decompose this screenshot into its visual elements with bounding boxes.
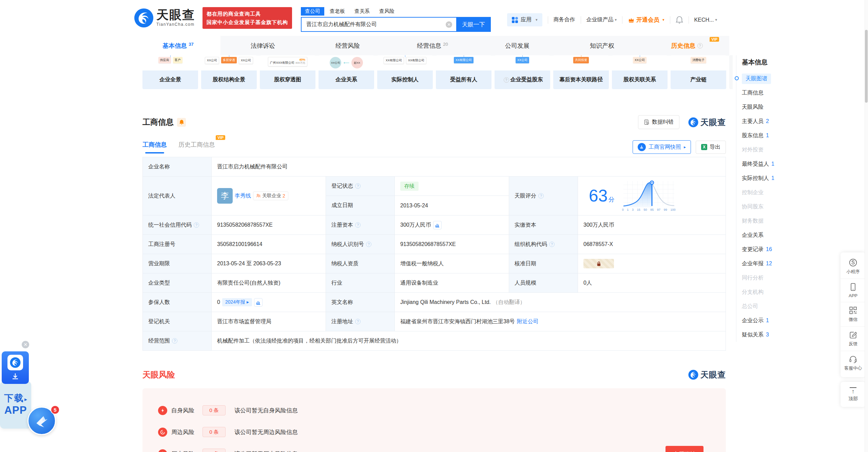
risk-row-history: 历史风险 0 条 该公司暂无历史风险信息 [158, 449, 726, 452]
card-beneficial-shareholder[interactable]: XX公司 ?企业受益股东 [495, 55, 550, 89]
search-tab-risk[interactable]: 查风险 [375, 7, 399, 16]
app-download-widget[interactable] [2, 351, 29, 384]
risk-count-badge[interactable]: 0 条 [202, 427, 226, 437]
nav-enterprise-products[interactable]: 企业级产品▾ [586, 16, 617, 23]
sidebar-item-ultimate-beneficiary[interactable]: 最终受益人1 [742, 157, 796, 171]
search-tab-company[interactable]: 查公司 [301, 7, 324, 16]
sidebar-item-branches[interactable]: 分支机构 [742, 285, 796, 299]
field-label: 统一社会信用代码? [143, 215, 212, 234]
help-icon[interactable]: ? [172, 338, 177, 344]
sidebar-item-outbound-investment[interactable]: 对外投资 [742, 143, 796, 157]
sidebar-item-financial-data[interactable]: 财务数据 [742, 214, 796, 228]
apps-menu[interactable]: 应用▾ [507, 13, 542, 26]
card-industry-chain[interactable]: 消费电子 产业链 [671, 55, 726, 89]
subscribe-bell-icon[interactable] [177, 118, 186, 127]
help-icon[interactable]: ? [355, 222, 361, 228]
card-equity-penetration[interactable]: 广州XXX有限公司40%400万元 股权穿透图 [260, 55, 315, 89]
nav-business-cooperation[interactable]: 商务合作 [554, 16, 575, 23]
sidebar-item-peer-analysis[interactable]: 同行分析 [742, 271, 796, 285]
view-details-button[interactable]: 查看详情 [666, 446, 703, 452]
user-account-menu[interactable]: KECH...▾ [694, 17, 717, 23]
close-app-promo-icon[interactable]: ✕ [22, 341, 29, 348]
tianyan-score-cell: 63分 [578, 177, 726, 215]
export-button[interactable]: X 导出 [696, 141, 726, 154]
business-info-title: 工商信息 [142, 117, 174, 127]
help-icon[interactable]: ? [355, 319, 361, 324]
tab-operating-info[interactable]: 经营信息20 [390, 36, 475, 56]
subtab-history-business-info[interactable]: VIP 历史工商信息 [178, 141, 215, 153]
tab-operating-risk[interactable]: 经营风险 [305, 36, 390, 56]
notification-bell-icon[interactable] [676, 16, 683, 24]
field-label: 企业类型 [143, 273, 212, 292]
help-icon[interactable]: ? [355, 183, 361, 189]
reg-status-value: 存续 [395, 177, 509, 196]
subtab-business-info[interactable]: 工商信息 [142, 141, 167, 153]
legal-rep-name-link[interactable]: 李秀线 [235, 192, 251, 200]
card-equity-structure[interactable]: XX公司 多层穿透 XX公司 股权结构全景 [201, 55, 257, 89]
card-actual-controller[interactable]: XX有限公司 XX有限公司 实际控制人 [377, 55, 433, 89]
field-label: 成立日期 [326, 196, 395, 215]
card-company-panorama[interactable]: 供应商 客户 企业全景 [142, 55, 198, 89]
tab-legal-litigation[interactable]: 法律诉讼 [220, 36, 305, 56]
cards-next-arrow[interactable]: › [729, 55, 733, 89]
sidebar-item-co-shareholders[interactable]: 协同股东 [742, 200, 796, 214]
help-icon[interactable]: ? [366, 242, 371, 247]
qr-code-icon [849, 306, 857, 315]
tab-company-development[interactable]: 公司发展 [475, 36, 560, 56]
data-correction-button[interactable]: 数据纠错 [638, 115, 679, 129]
help-icon[interactable]: ? [194, 222, 199, 228]
sidebar-item-business-info[interactable]: 工商信息 [742, 86, 796, 100]
tab-basic-info[interactable]: 基本信息37 [136, 36, 220, 56]
nav-open-vip[interactable]: 开通会员▾ [628, 16, 664, 24]
top-header: 天眼查 TianYanCha.com 都在用的商业查询工具 国家中小企业发展子基… [0, 0, 868, 36]
nearby-companies-link[interactable]: 附近公司 [517, 318, 539, 325]
card-company-relations[interactable]: XX公司 ⟵ 赵XX 企业关系 [319, 55, 374, 89]
sidebar-item-key-personnel[interactable]: 主要人员2 [742, 114, 796, 128]
sidebar-item-actual-controller[interactable]: 实际控制人1 [742, 171, 796, 185]
approval-date-locked[interactable] [578, 254, 726, 273]
clear-search-icon[interactable]: ✕ [446, 21, 452, 28]
help-icon[interactable]: ? [538, 193, 544, 199]
sidebar-item-tianyan-graph[interactable]: 天眼图谱 [742, 71, 796, 86]
tab-intellectual-property[interactable]: 知识产权 [560, 36, 644, 56]
search-button[interactable]: 天眼一下 [456, 17, 491, 32]
sidebar-item-head-office[interactable]: 总公司 [742, 299, 796, 313]
card-equity-association[interactable]: XX公司 股权关联关系 [612, 55, 668, 89]
download-app-panel[interactable]: 下载▸ APP [0, 381, 31, 429]
tianyancha-logo[interactable]: 天眼查 TianYanCha.com [134, 8, 195, 28]
card-beneficial-owner[interactable]: XX有限公司 受益所有人 [436, 55, 491, 89]
sidebar-item-company-announcements[interactable]: 企业公示1 [742, 313, 796, 328]
sidebar-item-company-relations[interactable]: 企业关系 [742, 228, 796, 242]
capital-chart-icon[interactable] [433, 221, 442, 229]
wechat-entry[interactable]: 微信 [841, 302, 866, 326]
insured-chart-icon[interactable] [254, 298, 263, 307]
related-companies-badge[interactable]: 关联企业2 [253, 191, 288, 200]
risk-count-badge[interactable]: 0 条 [202, 449, 226, 452]
legal-rep-avatar[interactable]: 李 [217, 188, 233, 204]
sidebar-item-suspected-relations[interactable]: 疑似关系3 [742, 328, 796, 342]
risk-count-badge[interactable]: 0 条 [202, 405, 226, 415]
feedback-entry[interactable]: 反馈 [841, 326, 866, 351]
help-icon[interactable]: ? [549, 242, 555, 247]
miniprogram-entry[interactable]: 小程序 [841, 254, 866, 279]
sidebar-item-controlled-companies[interactable]: 控制企业 [742, 185, 796, 200]
scrollbar-thumb[interactable] [865, 30, 868, 103]
official-snapshot-button[interactable]: 工商官网快照▸ [633, 140, 691, 154]
customer-service-entry[interactable]: 客服中心 [841, 351, 866, 375]
scrollbar-track[interactable] [865, 0, 868, 452]
legal-rep-value: 李 李秀线 关联企业2 [212, 177, 326, 215]
app-entry[interactable]: APP [841, 279, 866, 302]
company-type-value: 有限责任公司(自然人独资) [212, 273, 326, 292]
annual-report-link[interactable]: 2024年报 ▸ [222, 298, 252, 306]
sidebar-item-shareholders[interactable]: 股东信息1 [742, 128, 796, 143]
search-tab-relation[interactable]: 查关系 [350, 7, 374, 16]
sidebar-item-tianyan-risk[interactable]: 天眼风险 [742, 100, 796, 114]
tab-history-info[interactable]: VIP 历史信息? [644, 36, 729, 56]
search-input[interactable] [301, 17, 456, 32]
search-tab-boss[interactable]: 查老板 [326, 7, 349, 16]
sidebar-item-change-records[interactable]: 变更记录16 [742, 242, 796, 256]
back-to-top-button[interactable]: ↑ 顶部 [841, 382, 866, 407]
brand-name: 天眼查 [156, 9, 195, 21]
sidebar-item-annual-reports[interactable]: 企业年报12 [742, 256, 796, 271]
card-capital-path[interactable]: 共同投资 幕后资本关联路径 [553, 55, 609, 89]
